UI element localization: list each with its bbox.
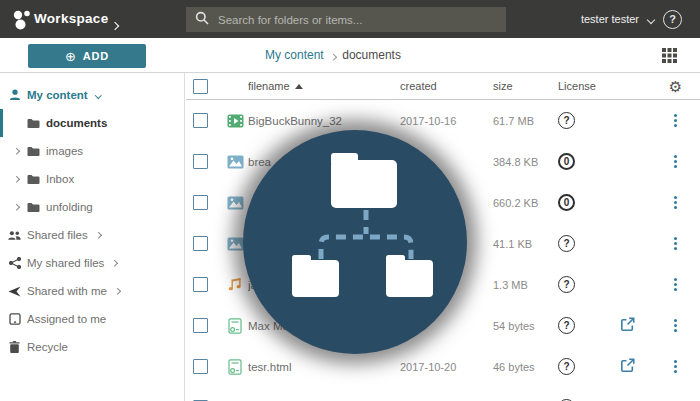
external-link-icon[interactable] bbox=[620, 317, 635, 334]
folder-icon bbox=[27, 202, 40, 213]
size-cell: 54 bytes bbox=[475, 320, 547, 332]
sort-ascending-icon bbox=[295, 84, 303, 89]
kebab-menu-icon[interactable] bbox=[674, 119, 677, 122]
sidebar: My content documents images Inbox unfold… bbox=[0, 73, 185, 401]
sidebar-item-label: documents bbox=[46, 117, 107, 129]
trash-icon bbox=[8, 341, 21, 353]
column-header-license[interactable]: License bbox=[547, 80, 600, 92]
grid-view-icon[interactable] bbox=[662, 48, 677, 67]
chevron-right-icon[interactable] bbox=[14, 149, 22, 154]
size-cell: 1.3 MB bbox=[475, 279, 547, 291]
license-icon: ? bbox=[558, 317, 575, 334]
app-title: Workspace bbox=[34, 11, 109, 26]
kebab-menu-icon[interactable] bbox=[674, 283, 677, 286]
license-icon: 0 bbox=[558, 194, 575, 211]
kebab-menu-icon[interactable] bbox=[674, 201, 677, 204]
breadcrumb-current: documents bbox=[342, 48, 401, 62]
folder-icon bbox=[27, 174, 40, 185]
folder-hierarchy-overlay bbox=[243, 130, 467, 354]
kebab-menu-icon[interactable] bbox=[674, 324, 677, 327]
share-icon bbox=[8, 257, 21, 269]
sidebar-item-images[interactable]: images bbox=[0, 137, 184, 165]
app-logo-icon[interactable] bbox=[10, 7, 34, 35]
kebab-menu-icon[interactable] bbox=[674, 242, 677, 245]
help-icon[interactable]: ? bbox=[663, 10, 682, 29]
row-checkbox[interactable] bbox=[193, 236, 208, 251]
search-icon bbox=[195, 11, 209, 29]
license-icon: ? bbox=[558, 358, 575, 375]
column-header-filename[interactable]: filename bbox=[248, 80, 400, 92]
row-checkbox[interactable] bbox=[193, 318, 208, 333]
column-header-size[interactable]: size bbox=[475, 80, 547, 92]
size-cell: 46 bytes bbox=[475, 361, 547, 373]
sidebar-item-my-content[interactable]: My content bbox=[0, 81, 184, 109]
external-link-icon[interactable] bbox=[620, 358, 635, 375]
license-icon: ? bbox=[558, 235, 575, 252]
row-checkbox[interactable] bbox=[193, 359, 208, 374]
user-name: tester tester bbox=[581, 13, 639, 25]
person-icon bbox=[8, 89, 21, 101]
chevron-right-icon[interactable] bbox=[112, 15, 118, 33]
chevron-right-icon bbox=[115, 289, 120, 294]
folder-hierarchy-illustration bbox=[243, 130, 467, 354]
breadcrumb-root-link[interactable]: My content bbox=[265, 48, 324, 62]
chevron-right-icon bbox=[331, 48, 336, 62]
kebab-menu-icon[interactable] bbox=[674, 160, 677, 163]
table-settings-gear-icon[interactable]: ⚙ bbox=[669, 79, 682, 94]
sidebar-item-shared-with-me[interactable]: Shared with me bbox=[0, 277, 184, 305]
sidebar-item-label: Inbox bbox=[46, 173, 74, 185]
filename-cell[interactable]: BigBuckBunny_32 bbox=[248, 115, 400, 127]
chevron-down-icon bbox=[648, 9, 654, 27]
row-checkbox[interactable] bbox=[193, 113, 208, 128]
video-file-icon bbox=[222, 114, 248, 128]
sidebar-item-inbox[interactable]: Inbox bbox=[0, 165, 184, 193]
sidebar-item-unfolding[interactable]: unfolding bbox=[0, 193, 184, 221]
search-input[interactable] bbox=[218, 14, 488, 26]
sidebar-item-label: Shared files bbox=[27, 229, 88, 241]
filename-cell[interactable]: tesr.html bbox=[248, 361, 400, 373]
row-checkbox[interactable] bbox=[193, 277, 208, 292]
toolbar: ⊕ ADD My content documents bbox=[0, 38, 700, 73]
sidebar-item-assigned-to-me[interactable]: Assigned to me bbox=[0, 305, 184, 333]
chevron-right-icon[interactable] bbox=[14, 205, 22, 210]
chevron-right-icon bbox=[112, 261, 117, 266]
sidebar-item-my-shared-files[interactable]: My shared files bbox=[0, 249, 184, 277]
sidebar-item-label: My content bbox=[27, 89, 88, 101]
license-icon: ? bbox=[558, 276, 575, 293]
table-row[interactable]: ? bbox=[186, 387, 700, 401]
folder-icon bbox=[27, 146, 40, 157]
kebab-menu-icon[interactable] bbox=[674, 365, 677, 368]
sidebar-item-label: Recycle bbox=[27, 341, 68, 353]
breadcrumb: My content documents bbox=[265, 38, 401, 72]
row-checkbox[interactable] bbox=[193, 154, 208, 169]
created-cell: 2017-10-20 bbox=[400, 361, 475, 373]
size-cell: 660.2 KB bbox=[475, 197, 547, 209]
folder-icon bbox=[27, 118, 40, 129]
sidebar-item-documents[interactable]: documents bbox=[0, 109, 184, 137]
sidebar-item-recycle[interactable]: Recycle bbox=[0, 333, 184, 361]
size-cell: 61.7 MB bbox=[475, 115, 547, 127]
sidebar-item-label: unfolding bbox=[46, 201, 93, 213]
size-cell: 384.8 KB bbox=[475, 156, 547, 168]
html-file-icon bbox=[222, 359, 248, 375]
sidebar-item-label: Shared with me bbox=[27, 285, 107, 297]
workspace-app: Workspace tester tester ? ⊕ ADD My conte… bbox=[0, 0, 700, 401]
clipboard-icon bbox=[8, 313, 21, 325]
chevron-right-icon bbox=[96, 233, 101, 238]
license-icon: 0 bbox=[558, 153, 575, 170]
send-icon bbox=[8, 286, 21, 297]
row-checkbox[interactable] bbox=[193, 195, 208, 210]
add-button[interactable]: ⊕ ADD bbox=[28, 44, 146, 68]
select-all-checkbox[interactable] bbox=[193, 79, 208, 94]
column-header-created[interactable]: created bbox=[400, 80, 475, 92]
sidebar-item-shared-files[interactable]: Shared files bbox=[0, 221, 184, 249]
license-icon: ? bbox=[558, 112, 575, 129]
sidebar-item-label: images bbox=[46, 145, 83, 157]
table-header-row: filename created size License ⚙ bbox=[186, 73, 700, 100]
plus-circle-icon: ⊕ bbox=[65, 50, 77, 63]
created-cell: 2017-10-16 bbox=[400, 115, 475, 127]
size-cell: 41.1 KB bbox=[475, 238, 547, 250]
chevron-right-icon[interactable] bbox=[14, 177, 22, 182]
user-menu[interactable]: tester tester ? bbox=[581, 0, 682, 38]
search-bar[interactable] bbox=[186, 7, 506, 32]
